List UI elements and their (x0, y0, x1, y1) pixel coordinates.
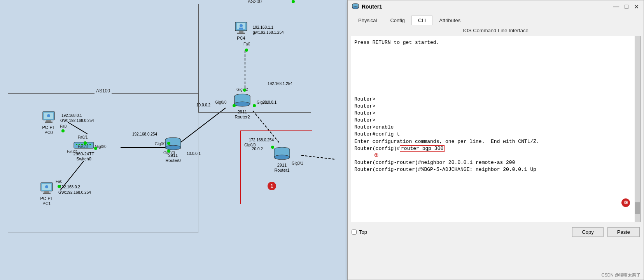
close-button[interactable]: ✕ (633, 3, 640, 10)
router1-gig0-0-dot (271, 146, 274, 149)
svg-point-20 (165, 145, 181, 150)
switch0-ip-label: 192.168.0.254 (132, 132, 157, 136)
device-router0: 2911 Router0 (163, 136, 183, 163)
svg-rect-12 (239, 28, 243, 30)
cli-line-0: Press RETURN to get started. (354, 39, 637, 46)
svg-point-41 (47, 114, 50, 117)
router1-top-ip: 20.0.2 (252, 147, 263, 151)
pc1-label: PC-PT PC1 (40, 196, 53, 206)
annotation-3: ③ (621, 198, 630, 207)
cli-line-blank3 (354, 61, 637, 68)
pc4-ip: 192.168.1.1 (253, 25, 273, 30)
paste-button[interactable]: Paste (607, 227, 640, 237)
pc1-ip: 192.168.0.2 (60, 185, 80, 189)
device-pc4: PC4 (233, 21, 249, 41)
pc1-gw: GW:192.168.0.254 (58, 190, 91, 195)
tab-cli[interactable]: CLI (411, 16, 432, 25)
svg-point-46 (45, 185, 48, 188)
router2-gig0-2-ip: 192.168.1.254 (268, 82, 292, 86)
router1-window: Router1 — □ ✕ Physical Config CLI Attrib… (347, 0, 644, 280)
maximize-button[interactable]: □ (624, 3, 629, 10)
pc0-gw: GW: 192.168.0.254 (60, 118, 94, 123)
top-label: Top (359, 229, 367, 235)
cli-line-blank2 (354, 53, 637, 60)
svg-rect-9 (239, 31, 243, 33)
router2-gig0-1-dot (253, 104, 256, 107)
svg-rect-39 (46, 120, 51, 122)
top-checkbox-area: Top (352, 229, 367, 235)
window-title: Router1 (352, 3, 382, 10)
router1-icon (272, 146, 292, 162)
svg-rect-29 (76, 144, 77, 145)
cli-line-blank4 (354, 68, 637, 75)
window-tabs: Physical Config CLI Attributes (348, 13, 644, 25)
router2-gig0-2-label: Gig0/2 (236, 87, 248, 92)
router2-gig0-2-dot (243, 89, 246, 92)
cli-line-blank6 (354, 82, 637, 89)
switch0-fa0-1: Fa0/1 (78, 135, 88, 139)
svg-point-15 (234, 102, 250, 106)
router1-net-label: 2911 Router1 (274, 163, 289, 173)
window-titlebar: Router1 — □ ✕ (348, 0, 644, 13)
pc1-icon (39, 182, 54, 195)
pc0-icon (41, 111, 56, 124)
cli-scrollbar[interactable] (635, 36, 640, 222)
annotation-1: 1 (268, 182, 276, 190)
device-pc0: PC-PT PC0 (41, 111, 56, 135)
cli-line-12: Router> (354, 117, 637, 124)
cli-terminal[interactable]: Press RETURN to get started. Router> Rou… (351, 36, 640, 222)
cli-line-14: Router#config t (354, 131, 637, 138)
router2-gig0-1-ip: 20.0.0.1 (262, 100, 276, 104)
cli-line-15: Enter configuration commands, one per li… (354, 138, 637, 145)
cli-scrollbar-thumb[interactable] (635, 202, 640, 214)
cli-line-9: Router> (354, 96, 637, 103)
as100-label: AS100 (94, 88, 112, 94)
pc1-dot (58, 185, 61, 188)
router2-gig0-0-label: Gig0/0 (215, 100, 226, 104)
router2-gig0-0-ip: 10.0.0.2 (196, 103, 210, 107)
router1-gig0-0-ip: 172.168.0.254 (249, 138, 274, 142)
pc0-label: PC-PT PC0 (42, 125, 55, 135)
pc4-label: PC4 (237, 36, 245, 41)
router1-gig0-1-label: Gig0/1 (292, 161, 303, 165)
router0-gig0-1-dot (167, 142, 170, 145)
svg-rect-34 (89, 144, 91, 145)
window-title-text: Router1 (362, 3, 382, 10)
svg-rect-44 (44, 191, 49, 193)
watermark: CSDN @喵喵太菜了 (602, 272, 640, 278)
cli-line-blank5 (354, 75, 637, 82)
pc4-port-dot (245, 49, 248, 52)
cli-line-11: Router> (354, 110, 637, 117)
tab-config[interactable]: Config (383, 16, 411, 25)
switch0-dot1 (84, 141, 87, 144)
router0-icon (163, 136, 183, 152)
minimize-button[interactable]: — (612, 3, 620, 10)
as200-box: AS200 (198, 4, 311, 113)
pc1-port: Fa0 (56, 179, 62, 184)
cli-line-10: Router> (354, 103, 637, 110)
device-pc1: PC-PT PC1 (39, 182, 54, 206)
switch0-fa0-2: Fa0/2 (67, 150, 77, 154)
copy-button[interactable]: Copy (572, 227, 603, 237)
router2-label: 2911 Router2 (234, 110, 250, 120)
tab-attributes[interactable]: Attributes (432, 16, 467, 25)
svg-rect-10 (237, 33, 245, 34)
pc4-icon (233, 21, 249, 35)
as200-label: AS200 (246, 0, 263, 4)
cli-line-blank1 (354, 46, 637, 53)
device-router1: 2911 Router1 (272, 146, 292, 173)
svg-point-49 (352, 7, 359, 9)
tab-physical[interactable]: Physical (352, 16, 383, 25)
pc4-gw: gw:192.168.1.254 (253, 30, 284, 35)
svg-rect-45 (43, 193, 51, 194)
svg-rect-40 (45, 122, 52, 123)
router1-gig0-1-dot (292, 0, 295, 3)
window-bottom: Top Copy Paste (348, 224, 644, 240)
network-diagram: AS200 AS100 PC4 192.168.1.1 gw:192.168.1… (0, 0, 338, 280)
router0-gig0-1-label: Gig0/1 (155, 142, 166, 146)
pc0-port: Fa0 (60, 124, 66, 129)
router-title-icon (352, 3, 359, 10)
window-controls[interactable]: — □ ✕ (612, 3, 640, 10)
top-checkbox[interactable] (352, 230, 357, 235)
cli-highlight-router-bgp: router bgp 300 (400, 145, 444, 152)
